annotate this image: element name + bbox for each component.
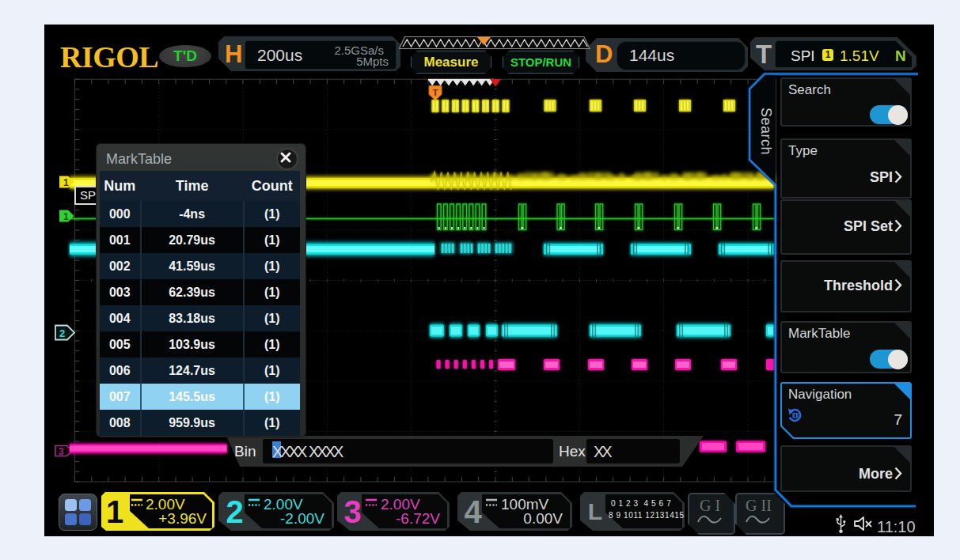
- svg-text:1: 1: [63, 211, 69, 222]
- svg-text:3: 3: [59, 446, 64, 457]
- svg-text:2: 2: [59, 327, 65, 339]
- svg-text:1: 1: [63, 177, 69, 188]
- svg-text:Search: Search: [758, 108, 774, 155]
- svg-text:T: T: [433, 88, 438, 97]
